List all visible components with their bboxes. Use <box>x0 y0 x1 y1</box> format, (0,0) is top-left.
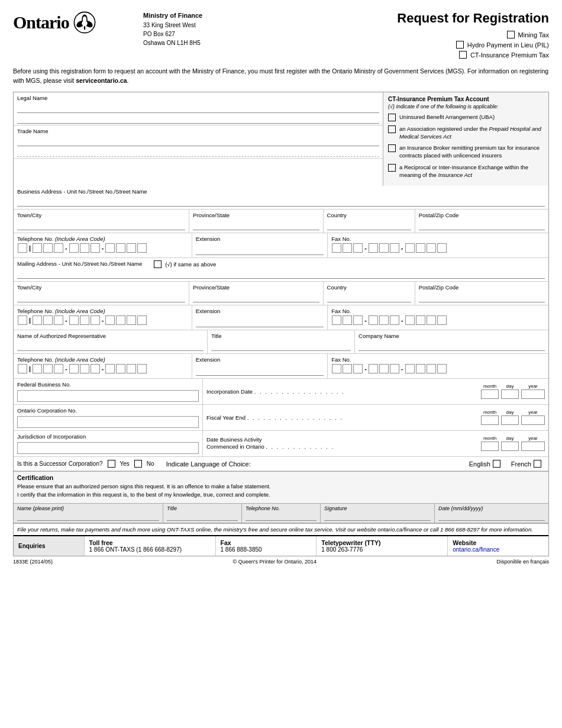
province-state-field: Province/State <box>189 210 323 233</box>
fax-number: 1 866 888-3850 <box>221 546 312 553</box>
auth-rep-input[interactable] <box>17 340 204 351</box>
successor-yes-checkbox[interactable] <box>108 460 115 468</box>
toll-free-header: Toll free <box>89 539 211 546</box>
mailing-extension-input[interactable] <box>196 317 324 327</box>
incorp-month-label: month <box>483 384 496 389</box>
fiscal-day-box[interactable] <box>501 415 519 425</box>
auth-title-label: Title <box>211 333 351 339</box>
jurisdiction-input[interactable] <box>17 442 199 454</box>
page-title: Request for Registration <box>397 11 549 26</box>
ct-broker-checkbox[interactable] <box>388 144 396 152</box>
ct-association-label: an Association registered under the Prep… <box>399 125 544 141</box>
ontario-logo-text: Ontario <box>13 12 69 33</box>
province-state-input[interactable] <box>193 220 319 230</box>
cert-date-input[interactable] <box>438 513 545 521</box>
mailing-fax-boxes[interactable]: - - <box>331 315 545 325</box>
mailing-phone-row: Telephone No. (Include Area Code) | - - <box>14 305 548 330</box>
ct-reciprocal-checkbox[interactable] <box>388 164 396 172</box>
fiscal-year-box[interactable] <box>521 415 545 425</box>
ct-insurance-checkbox[interactable] <box>459 51 467 59</box>
hydro-payment-label: Hydro Payment in Lieu (PIL) <box>467 41 549 49</box>
town-city-input[interactable] <box>17 220 185 230</box>
country-field: Country <box>324 210 415 233</box>
legal-name-input[interactable] <box>17 102 379 113</box>
mailing-telephone-boxes[interactable]: | - - <box>17 315 188 325</box>
auth-fax-boxes[interactable]: - - <box>331 364 545 373</box>
federal-business-input[interactable] <box>17 390 199 402</box>
ct-panel: CT-Insurance Premium Tax Account (√) Ind… <box>383 92 548 186</box>
mailing-province-input[interactable] <box>193 292 319 302</box>
same-as-above-checkbox[interactable] <box>154 260 162 268</box>
business-address-label: Business Address - Unit No./Street No./S… <box>17 188 545 195</box>
ct-association-checkbox[interactable] <box>388 125 396 133</box>
mailing-telephone-label: Telephone No. (Include Area Code) <box>17 308 188 314</box>
enquiries-row: Enquiries Toll free 1 866 ONT-TAXS (1 86… <box>14 535 548 556</box>
certification-title: Certification <box>17 474 545 481</box>
english-checkbox[interactable] <box>493 460 500 468</box>
fiscal-year-date-boxes: month day year <box>479 410 545 425</box>
trade-name-input[interactable] <box>17 136 379 146</box>
mailing-address-input[interactable] <box>17 268 545 279</box>
fax-cell: Fax 1 866 888-3850 <box>216 536 317 556</box>
cert-title-input[interactable] <box>167 513 238 521</box>
incorp-year-label: year <box>528 384 538 389</box>
commenced-year-box[interactable] <box>521 442 545 451</box>
business-phone-row: Telephone No. (Include Area Code) | - - <box>14 233 548 258</box>
file-returns: File your returns, make tax payments and… <box>14 523 548 535</box>
auth-rep-label: Name of Authorized Representative <box>17 333 204 339</box>
ct-item-2: an Association registered under the Prep… <box>388 125 544 141</box>
extension-input[interactable] <box>196 244 324 255</box>
auth-extension-field: Extension <box>192 354 328 378</box>
hydro-payment-checkbox[interactable] <box>456 41 464 49</box>
incorp-day-box[interactable] <box>501 389 519 399</box>
incorp-year-box[interactable] <box>521 389 545 399</box>
cert-name-input[interactable] <box>17 513 159 521</box>
auth-title-input[interactable] <box>211 340 351 351</box>
auth-telephone-boxes[interactable]: | - - <box>17 364 188 373</box>
cert-signature-input[interactable] <box>324 513 431 521</box>
page-footer: 1833E (2014/05) © Queen's Printer for On… <box>13 559 549 565</box>
toll-free-number: 1 866 ONT-TAXS (1 866 668-8297) <box>89 546 211 553</box>
postal-zip-input[interactable] <box>419 220 545 230</box>
auth-extension-input[interactable] <box>196 365 324 376</box>
mailing-country-input[interactable] <box>327 292 411 302</box>
ct-uba-checkbox[interactable] <box>388 114 396 121</box>
french-checkbox[interactable] <box>534 460 541 468</box>
trade-name-input2[interactable] <box>17 147 379 157</box>
auth-fax-field: Fax No. - - <box>328 354 548 378</box>
ontario-corp-field: Ontario Corporation No. <box>14 405 203 430</box>
cert-signature-field: Signature <box>321 504 435 523</box>
mining-tax-checkbox[interactable] <box>507 31 515 38</box>
mailing-telephone-field: Telephone No. (Include Area Code) | - - <box>14 305 192 330</box>
cert-telephone-input[interactable] <box>246 513 316 521</box>
telephone-boxes[interactable]: | - - <box>17 243 188 253</box>
mailing-country-field: Country <box>324 282 415 305</box>
trade-name-label: Trade Name <box>17 128 379 134</box>
ontario-corp-input[interactable] <box>17 416 199 428</box>
country-input[interactable] <box>327 220 411 230</box>
fax-boxes[interactable]: - - <box>331 243 545 253</box>
indicate-language-label: Indicate Language of Choice: <box>166 460 251 468</box>
fiscal-month-box[interactable] <box>481 415 499 425</box>
successor-label: Is this a Successor Corporation? <box>17 460 103 467</box>
svg-point-6 <box>82 17 86 23</box>
fax-field: Fax No. - - <box>328 233 548 257</box>
company-name-input[interactable] <box>358 340 545 351</box>
commenced-day-label: day <box>506 436 514 441</box>
mailing-province-field: Province/State <box>189 282 323 305</box>
business-address-field: Business Address - Unit No./Street No./S… <box>14 186 548 210</box>
incorp-month-box[interactable] <box>481 389 499 399</box>
fiscal-year-field: Fiscal Year End . . . . . . . . . . . . … <box>203 405 548 430</box>
commenced-month-box[interactable] <box>481 442 499 451</box>
legal-name-input2[interactable] <box>17 114 379 124</box>
mailing-postal-input[interactable] <box>419 292 545 302</box>
country-label: Country <box>327 212 411 218</box>
trade-name-field: Trade Name <box>14 125 383 159</box>
mailing-town-city-input[interactable] <box>17 292 185 302</box>
successor-no-checkbox[interactable] <box>134 460 142 468</box>
telephone-field: Telephone No. (Include Area Code) | - - <box>14 233 192 257</box>
company-name-label: Company Name <box>358 333 545 339</box>
website-link[interactable]: ontario.ca/finance <box>453 546 499 553</box>
commenced-day-box[interactable] <box>501 442 519 451</box>
business-address-input[interactable] <box>17 196 545 207</box>
